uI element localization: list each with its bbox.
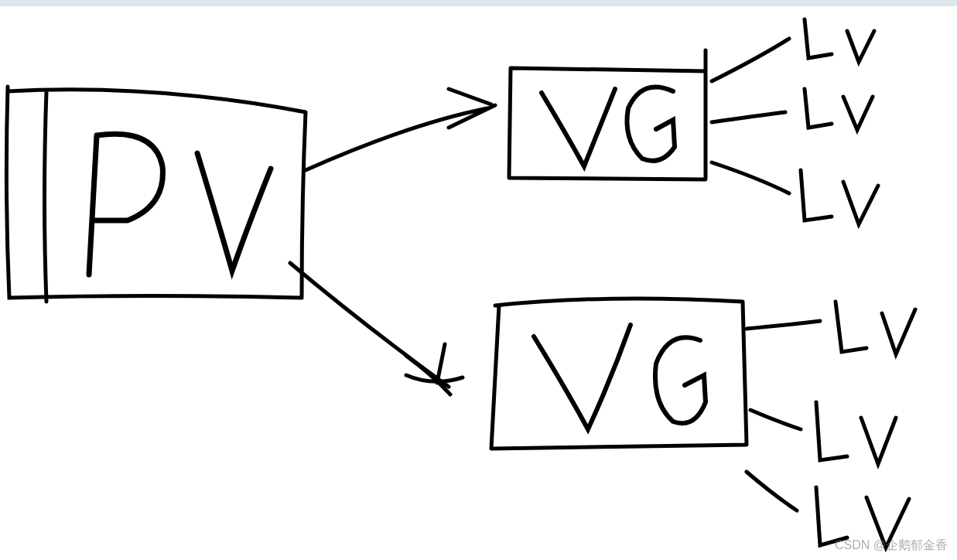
connector-vg2-lv2c bbox=[747, 472, 797, 510]
connector-vg1-lv1b bbox=[712, 112, 785, 122]
node-vg1 bbox=[509, 50, 706, 179]
node-pv bbox=[6, 87, 306, 302]
connector-vg1-lv1a bbox=[712, 39, 789, 81]
diagram-canvas bbox=[0, 0, 957, 560]
node-lv2b bbox=[816, 402, 896, 464]
node-vg2 bbox=[491, 299, 747, 449]
node-lv1b bbox=[805, 89, 873, 130]
node-lv1c bbox=[801, 170, 878, 224]
connector-vg1-lv1c bbox=[712, 162, 789, 193]
watermark: CSDN @企鹅郁金香 bbox=[835, 538, 948, 554]
node-lv1a bbox=[805, 19, 874, 62]
node-lv2a bbox=[836, 302, 915, 354]
arrow-pv-vg2 bbox=[290, 263, 463, 394]
connector-vg2-lv2a bbox=[747, 321, 820, 329]
connector-vg2-lv2b bbox=[750, 410, 801, 429]
arrow-pv-vg1 bbox=[306, 89, 495, 170]
